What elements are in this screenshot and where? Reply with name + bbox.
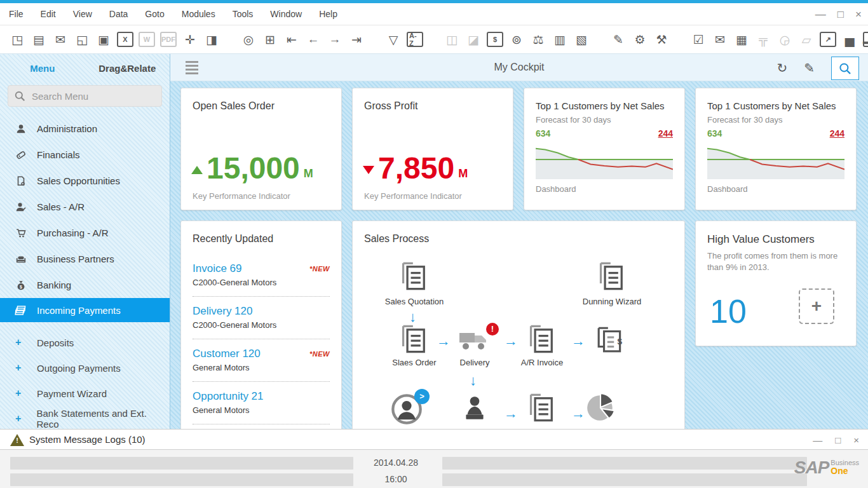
sidebar-item-financials[interactable]: Financials	[0, 142, 170, 168]
base-document-icon[interactable]: ◪	[464, 30, 483, 49]
menu-item[interactable]: Data	[109, 9, 128, 19]
print-preview-icon[interactable]: ◳	[8, 30, 27, 49]
list-item: Invoice 69 *NEW C2000-General Motors	[193, 262, 330, 297]
chart-edit-icon[interactable]: ▅	[840, 30, 859, 49]
ar-invoice-node[interactable]	[517, 324, 567, 355]
minimize-icon[interactable]: —	[815, 9, 826, 20]
document-node[interactable]	[517, 393, 567, 423]
sidebar-item-sales-opportunities[interactable]: Sales Opportunities	[0, 168, 170, 194]
restore-wizard-icon[interactable]: ⚒	[652, 30, 671, 49]
sidebar-item-outgoing-payments[interactable]: + Outgoing Payments	[0, 355, 170, 381]
cubes-icon[interactable]: ▱	[797, 30, 816, 49]
previous-record-icon[interactable]: ←	[304, 30, 323, 49]
last-record-icon[interactable]: ⇥	[347, 30, 366, 49]
sales-order-node[interactable]	[389, 324, 440, 355]
close-icon[interactable]: ×	[855, 9, 862, 20]
incoming-payment-node[interactable]: $	[585, 324, 636, 355]
minimize-icon[interactable]: —	[813, 435, 822, 445]
task-alert-icon[interactable]: ☑	[689, 30, 708, 49]
export-pdf-icon[interactable]: PDF	[160, 32, 177, 47]
journal-entry-icon[interactable]: ▥	[550, 30, 569, 49]
document-link[interactable]: Customer 120	[193, 348, 261, 360]
filter-icon[interactable]: ▽	[384, 30, 403, 49]
calendar-icon[interactable]: ▦	[732, 30, 751, 49]
close-icon[interactable]: ×	[853, 435, 859, 445]
sidebar-item-incoming-payments[interactable]: Incoming Payments	[0, 298, 170, 322]
sidebar-item-purchasing-ar[interactable]: Purchasing - A/R	[0, 220, 170, 246]
edit-pencil-icon[interactable]: ✎	[804, 60, 815, 76]
document-flow-icon[interactable]: ◫	[442, 30, 461, 49]
chart-end-value[interactable]: 244	[830, 128, 844, 139]
edit-icon[interactable]: ✎	[609, 30, 628, 49]
find-icon[interactable]: ◎	[239, 30, 258, 49]
dunning-wizard-node[interactable]	[587, 261, 637, 292]
menu-item[interactable]: Edit	[41, 9, 56, 19]
report-node[interactable]	[581, 391, 620, 426]
kpi-footer: Key Performance Indicator	[364, 191, 462, 201]
system-message-logs-bar[interactable]: ! System Message Logs (10) — □ ×	[0, 429, 868, 450]
sidebar-item-payment-wizard[interactable]: + Payment Wizard	[0, 381, 170, 406]
tab-drag-relate[interactable]: Drag&Relate	[85, 63, 170, 74]
export-word-icon[interactable]: W	[139, 32, 155, 47]
copy-icon[interactable]: ▣	[94, 30, 113, 49]
tab-menu[interactable]: Menu	[0, 63, 85, 74]
customer-node[interactable]: >	[388, 393, 426, 428]
sms-icon[interactable]: ◱	[72, 30, 92, 49]
org-chart-icon[interactable]: ╦	[754, 30, 773, 49]
sort-icon[interactable]: A-Z	[407, 32, 423, 47]
menu-item[interactable]: File	[9, 9, 24, 19]
alert-badge: !	[486, 323, 499, 336]
sidebar-item-administration[interactable]: Administration	[0, 116, 170, 142]
window-settings-icon[interactable]: ◶	[775, 30, 794, 49]
chart-start-value: 634	[536, 128, 550, 139]
sidebar-item-banking[interactable]: $ Banking	[0, 272, 170, 298]
email-icon[interactable]: ✉	[51, 30, 70, 49]
delivery-node[interactable]: !	[449, 328, 500, 356]
refresh-icon[interactable]: ↻	[776, 60, 787, 76]
add-widget-button[interactable]: +	[799, 288, 834, 324]
export-payment-icon[interactable]: ↗	[820, 32, 836, 47]
lock-icon[interactable]: ◨	[202, 30, 221, 49]
bar-chart-icon[interactable]: ▂▅▇	[863, 32, 868, 47]
sales-quotation-node[interactable]	[389, 261, 440, 292]
document-search-icon[interactable]: ▧	[572, 30, 591, 49]
sidebar-item-sales-ar[interactable]: Sales - A/R	[0, 194, 170, 220]
expand-icon[interactable]: +	[15, 413, 37, 424]
next-record-icon[interactable]: →	[325, 30, 344, 49]
menu-item[interactable]: Modules	[182, 9, 215, 19]
sidebar-item-business-partners[interactable]: Business Partners	[0, 246, 170, 272]
add-record-icon[interactable]: ⊞	[261, 30, 280, 49]
maximize-icon[interactable]: □	[837, 9, 844, 20]
maximize-icon[interactable]: □	[835, 435, 841, 445]
sidebar-item-label: Administration	[37, 123, 97, 134]
chart-end-value[interactable]: 244	[658, 128, 673, 139]
expand-icon[interactable]: +	[15, 388, 37, 399]
form-settings-icon[interactable]: ⚙	[630, 30, 649, 49]
sales-employee-node[interactable]	[456, 394, 494, 426]
sidebar-item-deposits[interactable]: + Deposits	[0, 330, 170, 355]
cockpit-content: Open Sales Order 15,000 M Key Performanc…	[170, 81, 868, 429]
expand-icon[interactable]: +	[15, 362, 37, 374]
payment-means-icon[interactable]: $	[487, 32, 503, 47]
menu-bar: File Edit View Data Goto Modules Tools W…	[0, 3, 868, 25]
export-excel-icon[interactable]: X	[117, 32, 133, 47]
search-button[interactable]	[831, 57, 859, 80]
sidebar-item-bank-statements[interactable]: + Bank Statements and Ext. Reco	[0, 406, 170, 429]
menu-item[interactable]: View	[73, 9, 92, 19]
search-input[interactable]	[32, 91, 146, 102]
menu-item[interactable]: Goto	[145, 9, 164, 19]
document-link[interactable]: Invoice 69	[193, 262, 242, 275]
print-icon[interactable]: ▤	[29, 30, 48, 49]
menu-item[interactable]: Window	[270, 9, 302, 19]
first-record-icon[interactable]: ⇤	[282, 30, 301, 49]
volume-weight-icon[interactable]: ⚖	[529, 30, 548, 49]
expand-icon[interactable]: +	[15, 337, 37, 348]
menu-item[interactable]: Tools	[233, 9, 254, 19]
menu-item[interactable]: Help	[319, 9, 337, 19]
move-icon[interactable]: ✛	[180, 30, 200, 49]
gross-profit-icon[interactable]: ⊚	[507, 30, 526, 49]
document-link[interactable]: Opportunity 21	[193, 390, 264, 403]
document-link[interactable]: Delivery 120	[193, 305, 253, 318]
widget-footer: Dashboard	[696, 179, 856, 194]
message-alert-icon[interactable]: ✉	[710, 30, 729, 49]
